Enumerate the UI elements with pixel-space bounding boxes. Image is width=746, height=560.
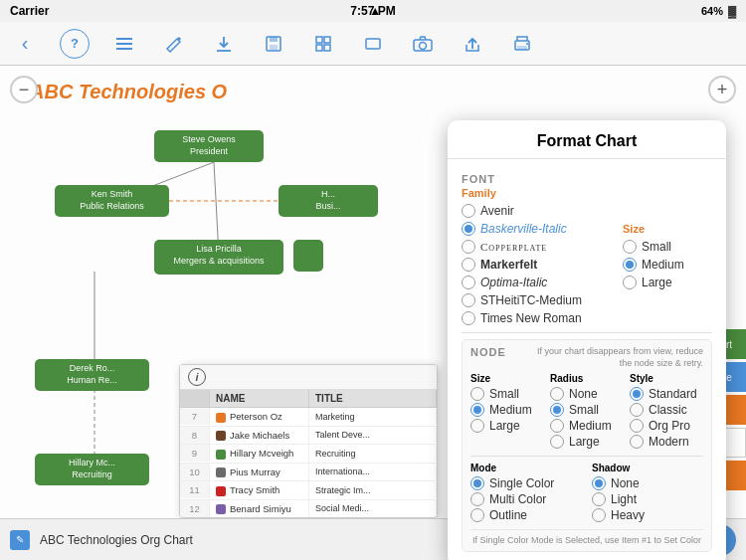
nrad-small-row[interactable]: Small [550, 403, 624, 417]
mode-multi-radio[interactable] [470, 492, 484, 506]
table-row[interactable]: 7 Peterson Oz Marketing [180, 408, 437, 426]
org-node-hillary[interactable]: Hillary Mc...Recruiting [35, 454, 149, 485]
nsize-medium-row[interactable]: Medium [470, 403, 544, 417]
table-row[interactable]: 11 Tracy Smith Strategic Im... [180, 481, 437, 499]
mode-multi-label: Multi Color [489, 492, 546, 506]
org-node-business[interactable]: H...Busi... [279, 185, 378, 217]
data-table: i NAME TITLE 7 Peterson Oz Marketing 8 J… [179, 364, 438, 518]
svg-rect-5 [270, 37, 278, 42]
nstyle-modern-label: Modern [649, 435, 689, 449]
nstyle-modern-radio[interactable] [630, 435, 644, 449]
nsize-small-label: Small [489, 387, 519, 401]
table-row[interactable]: 8 Jake Michaels Talent Deve... [180, 427, 437, 445]
info-icon[interactable]: i [188, 368, 206, 386]
carrier-label: Carrier [10, 4, 49, 18]
nrad-small-radio[interactable] [550, 403, 564, 417]
mode-outline-row[interactable]: Outline [470, 508, 582, 522]
main-canvas: − + ABC Technologies O Steve OwensPresid… [0, 66, 746, 560]
nrad-none-row[interactable]: None [550, 387, 624, 401]
help-button[interactable]: ? [60, 29, 90, 59]
share-button[interactable] [458, 29, 487, 59]
nstyle-classic-row[interactable]: Classic [630, 403, 703, 417]
shadow-heavy-row[interactable]: Heavy [592, 508, 703, 522]
td-name: Benard Simiyu [210, 500, 309, 517]
mode-multi-row[interactable]: Multi Color [470, 492, 582, 506]
org-node-mergers[interactable]: Lisa PricillaMergers & acquisitions [154, 240, 283, 275]
mode-outline-radio[interactable] [470, 508, 484, 522]
nstyle-standard-row[interactable]: Standard [630, 387, 703, 401]
save-button[interactable] [259, 29, 288, 59]
print-button[interactable] [507, 29, 537, 59]
nsize-small-row[interactable]: Small [470, 387, 544, 401]
back-button[interactable]: ‹ [10, 29, 40, 59]
org-node-extra[interactable] [293, 240, 323, 272]
family-label: Family [462, 187, 613, 199]
nsize-large-row[interactable]: Large [470, 419, 544, 433]
size-large-row[interactable]: Large [623, 276, 712, 289]
mode-single-radio[interactable] [470, 476, 484, 490]
nrad-medium-row[interactable]: Medium [550, 419, 624, 433]
nstyle-modern-row[interactable]: Modern [630, 435, 703, 449]
svg-rect-10 [324, 45, 330, 51]
org-node-pr[interactable]: Ken SmithPublic Relations [55, 185, 169, 217]
font-markerfelt-row[interactable]: Markerfelt [462, 258, 613, 272]
grid-button[interactable] [308, 29, 338, 59]
camera-button[interactable] [408, 29, 438, 59]
edit-button[interactable] [159, 29, 189, 59]
font-copperplate-row[interactable]: Copperplate [462, 240, 613, 254]
size-large-radio[interactable] [623, 276, 637, 289]
size-medium-row[interactable]: Medium [623, 258, 712, 272]
shadow-heavy-radio[interactable] [592, 508, 606, 522]
size-small-row[interactable]: Small [623, 240, 712, 254]
mode-single-row[interactable]: Single Color [470, 476, 582, 490]
font-optima-radio[interactable] [462, 276, 475, 289]
list-button[interactable] [109, 29, 139, 59]
font-baskerville-radio[interactable] [462, 222, 475, 236]
nrad-large-radio[interactable] [550, 435, 564, 449]
nstyle-orgpro-row[interactable]: Org Pro [630, 419, 703, 433]
download-button[interactable] [209, 29, 239, 59]
font-copperplate-radio[interactable] [462, 240, 475, 254]
nsize-large-radio[interactable] [470, 419, 484, 433]
shadow-light-row[interactable]: Light [592, 492, 703, 506]
nstyle-classic-radio[interactable] [630, 403, 644, 417]
table-row[interactable]: 10 Pius Murray Internationa... [180, 464, 437, 481]
svg-point-13 [420, 42, 427, 49]
nrad-medium-radio[interactable] [550, 419, 564, 433]
size-small-radio[interactable] [623, 240, 637, 254]
size-medium-label: Medium [642, 258, 684, 272]
zoom-in-button[interactable]: + [708, 76, 736, 103]
org-node-derek[interactable]: Derek Ro...Human Re... [35, 359, 149, 391]
org-node-president[interactable]: Steve OwensPresident [154, 130, 264, 162]
shadow-light-radio[interactable] [592, 492, 606, 506]
td-num: 11 [180, 481, 210, 498]
font-markerfelt-radio[interactable] [462, 258, 475, 272]
font-stheitc-row[interactable]: STHeitiTC-Medium [462, 293, 613, 307]
table-row[interactable]: 12 Benard Simiyu Social Medi... [180, 500, 437, 517]
font-baskerville-row[interactable]: Baskerville-Italic [462, 222, 613, 236]
window-button[interactable] [358, 29, 388, 59]
td-title: Strategic Im... [309, 482, 437, 498]
node-style-label: Style [630, 373, 703, 384]
zoom-out-button[interactable]: − [10, 76, 38, 103]
node-warning: If your chart disappears from view, redu… [506, 346, 703, 369]
font-timesnr-radio[interactable] [462, 311, 475, 325]
nrad-large-row[interactable]: Large [550, 435, 624, 449]
nrad-none-radio[interactable] [550, 387, 564, 401]
table-row[interactable]: 9 Hillary Mcveigh Recruiting [180, 445, 437, 463]
font-avenir-row[interactable]: Avenir [462, 204, 613, 218]
nstyle-standard-radio[interactable] [630, 387, 644, 401]
nsize-small-radio[interactable] [470, 387, 484, 401]
font-stheitc-radio[interactable] [462, 293, 475, 307]
font-avenir-radio[interactable] [462, 204, 475, 218]
size-medium-radio[interactable] [623, 258, 637, 272]
nstyle-orgpro-radio[interactable] [630, 419, 644, 433]
mode-shadow-row: Mode Single Color Multi Color Outline [470, 463, 703, 523]
font-section-label: FONT [462, 173, 712, 185]
font-timesnr-row[interactable]: Times New Roman [462, 311, 613, 325]
format-panel: Format Chart FONT Family Avenir Baskervi… [448, 120, 726, 560]
shadow-none-row[interactable]: None [592, 476, 703, 490]
nsize-medium-radio[interactable] [470, 403, 484, 417]
shadow-none-radio[interactable] [592, 476, 606, 490]
font-optima-row[interactable]: Optima-Italic [462, 276, 613, 289]
